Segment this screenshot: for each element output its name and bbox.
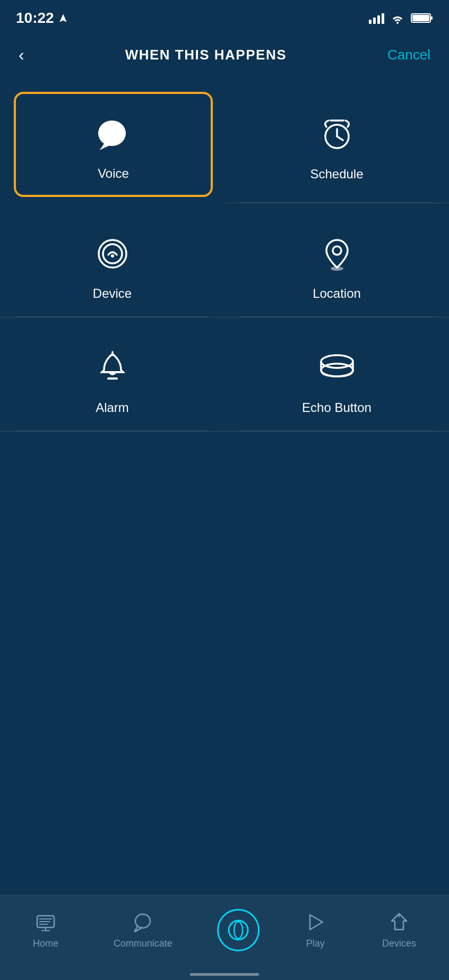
location-icon: [313, 230, 361, 278]
svg-point-3: [98, 121, 126, 146]
svg-marker-27: [310, 915, 323, 930]
schedule-label: Schedule: [310, 167, 363, 182]
voice-icon: [90, 110, 137, 158]
echo-button-icon: [313, 344, 361, 392]
tab-bar: Home Communicate Play: [0, 895, 449, 980]
alarm-label: Alarm: [96, 400, 129, 415]
svg-rect-15: [107, 377, 118, 380]
home-icon: [34, 910, 57, 934]
schedule-option[interactable]: Schedule: [230, 83, 444, 203]
svg-point-25: [229, 921, 248, 940]
signal-icon: [369, 12, 384, 24]
tab-communicate-label: Communicate: [114, 938, 172, 949]
status-time: 10:22: [16, 10, 68, 27]
cancel-button[interactable]: Cancel: [385, 44, 433, 66]
svg-point-12: [331, 267, 343, 271]
tab-play[interactable]: Play: [293, 905, 338, 955]
schedule-icon: [313, 110, 361, 158]
tab-home[interactable]: Home: [22, 905, 69, 955]
tab-devices[interactable]: Devices: [372, 905, 427, 955]
battery-icon: [411, 12, 433, 24]
voice-option[interactable]: Voice: [14, 92, 213, 197]
back-button[interactable]: ‹: [16, 42, 27, 67]
svg-point-10: [111, 254, 114, 257]
svg-rect-1: [430, 16, 433, 20]
tab-play-label: Play: [306, 938, 325, 949]
voice-label: Voice: [98, 166, 129, 181]
tab-alexa[interactable]: [217, 909, 260, 951]
svg-point-26: [234, 922, 243, 939]
status-icons: [369, 12, 433, 24]
device-option[interactable]: Device: [5, 209, 219, 317]
status-bar: 10:22: [0, 0, 449, 32]
device-icon: [89, 230, 136, 278]
home-indicator: [190, 973, 259, 976]
wifi-icon: [390, 12, 405, 24]
alexa-icon: [217, 909, 260, 951]
echo-button-label: Echo Button: [302, 400, 372, 415]
page-title: WHEN THIS HAPPENS: [27, 47, 385, 63]
svg-point-9: [103, 244, 122, 263]
play-icon: [304, 910, 327, 934]
navigation-icon: [58, 13, 68, 23]
echo-button-option[interactable]: Echo Button: [230, 323, 444, 431]
tab-home-label: Home: [33, 938, 58, 949]
svg-line-6: [337, 136, 343, 140]
tab-communicate[interactable]: Communicate: [103, 905, 183, 955]
trigger-grid: Voice Schedule: [0, 78, 449, 432]
svg-rect-2: [412, 15, 429, 21]
tab-devices-label: Devices: [382, 938, 416, 949]
communicate-icon: [131, 910, 154, 934]
devices-icon: [387, 910, 411, 934]
svg-point-17: [321, 364, 353, 376]
page-header: ‹ WHEN THIS HAPPENS Cancel: [0, 32, 449, 78]
alarm-icon: [89, 344, 136, 392]
location-option[interactable]: Location: [230, 209, 444, 317]
svg-point-11: [333, 246, 341, 255]
device-label: Device: [93, 286, 132, 301]
location-label: Location: [313, 286, 361, 301]
alarm-option[interactable]: Alarm: [5, 323, 219, 431]
